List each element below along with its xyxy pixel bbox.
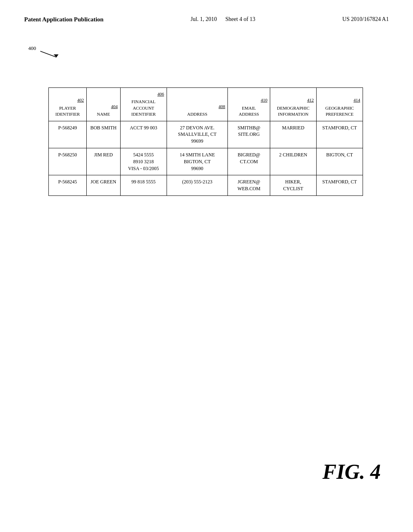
ref-414: 414 (319, 97, 360, 103)
ref-400-label: 400 (28, 45, 36, 52)
cell-financial: 5424 55558910 3218VISA - 03/2005 (120, 148, 167, 175)
header-date: Jul. 1, 2010 (190, 16, 217, 22)
cell-name: BOB SMITH (87, 121, 121, 148)
cell-name: JOE GREEN (87, 175, 121, 196)
cell-email: BIGRED@CT.COM (228, 148, 270, 175)
col-header-financial: 406 FINANCIALACCOUNTIDENTIFIER (120, 88, 167, 121)
col-header-name: 404 NAME (87, 88, 121, 121)
figure-label-main: FIG. 4 (323, 460, 381, 484)
cell-geographic: STAMFORD, CT (316, 121, 363, 148)
header-sheet: Sheet 4 of 13 (225, 16, 255, 22)
cell-player: P-568245 (49, 175, 87, 196)
main-table-wrapper: 402 PLAYERIDENTIFIER 404 NAME 406 FINANC… (48, 87, 363, 196)
cell-demographic: 2 CHILDREN (270, 148, 316, 175)
header-patent-number: US 2010/167824 A1 (342, 16, 389, 23)
col-header-demographic: 412 DEMOGRAPHICINFORMATION (270, 88, 316, 121)
table-row: P-568250JIM RED5424 55558910 3218VISA - … (49, 148, 363, 175)
cell-name: JIM RED (87, 148, 121, 175)
svg-line-0 (40, 51, 56, 57)
ref-402: 402 (51, 97, 84, 103)
header-center: Jul. 1, 2010 Sheet 4 of 13 (190, 16, 255, 23)
ref-404: 404 (89, 104, 118, 110)
cell-geographic: BIGTON, CT (316, 148, 363, 175)
cell-financial: 99 818 5555 (120, 175, 167, 196)
cell-email: SMITHB@SITE.ORG (228, 121, 270, 148)
header-publication-label: Patent Application Publication (24, 16, 104, 23)
table-row: P-568245JOE GREEN99 818 5555(203) 555-21… (49, 175, 363, 196)
svg-marker-1 (54, 54, 58, 57)
cell-demographic: MARRIED (270, 121, 316, 148)
cell-address: (203) 555-2123 (167, 175, 228, 196)
cell-address: 27 DEVON AVE.SMALLVILLE, CT99699 (167, 121, 228, 148)
page-header: Patent Application Publication Jul. 1, 2… (0, 0, 413, 31)
table-header-row: 402 PLAYERIDENTIFIER 404 NAME 406 FINANC… (49, 88, 363, 121)
cell-player: P-568249 (49, 121, 87, 148)
content-area: 400 402 PLAYERIDENTIFIER 404 NAME (0, 31, 413, 208)
col-header-geographic: 414 GEOGRAPHICPREFERENCE (316, 88, 363, 121)
cell-player: P-568250 (49, 148, 87, 175)
col-header-address: 408 ADDRESS (167, 88, 228, 121)
table-row: P-568249BOB SMITHACCT 99 00327 DEVON AVE… (49, 121, 363, 148)
cell-email: JGREEN@WEB.COM (228, 175, 270, 196)
ref-408: 408 (169, 104, 225, 110)
col-header-email: 410 EMAILADDRESS (228, 88, 270, 121)
ref-400-arrow (38, 43, 63, 59)
cell-address: 14 SMITH LANEBIGTON, CT99690 (167, 148, 228, 175)
ref-410: 410 (230, 97, 267, 103)
ref-406: 406 (123, 91, 164, 97)
cell-geographic: STAMFORD, CT (316, 175, 363, 196)
ref-412: 412 (273, 97, 314, 103)
cell-financial: ACCT 99 003 (120, 121, 167, 148)
data-table: 402 PLAYERIDENTIFIER 404 NAME 406 FINANC… (48, 87, 363, 196)
cell-demographic: HIKER,CYCLIST (270, 175, 316, 196)
col-header-player: 402 PLAYERIDENTIFIER (49, 88, 87, 121)
